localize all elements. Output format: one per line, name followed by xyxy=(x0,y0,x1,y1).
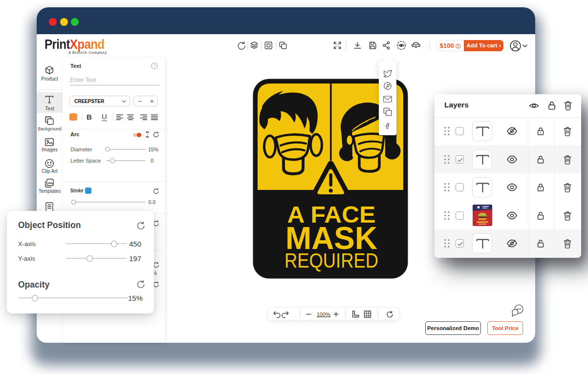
svg-text:100%: 100% xyxy=(317,312,330,317)
svg-text:REQUIRED: REQUIRED xyxy=(284,249,378,272)
svg-text:?: ? xyxy=(153,63,156,68)
